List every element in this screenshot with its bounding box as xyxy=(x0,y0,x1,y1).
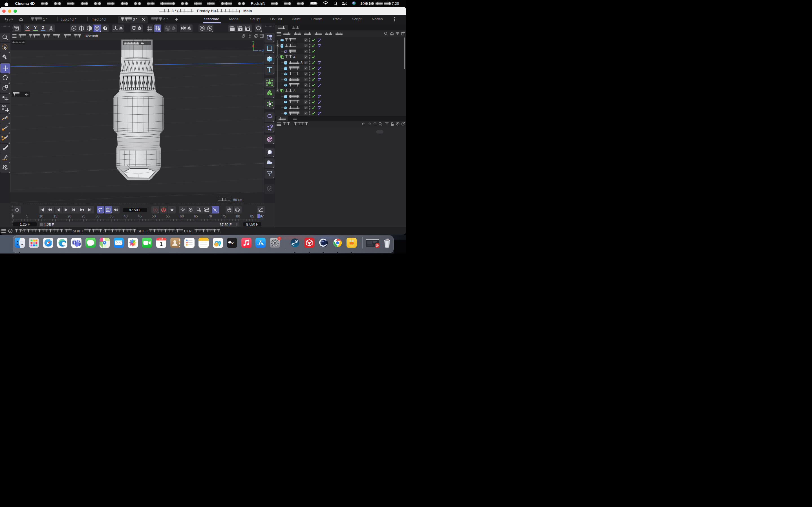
svg-text:10: 10 xyxy=(159,238,161,240)
svg-text:Y: Y xyxy=(252,41,254,44)
svg-text:1: 1 xyxy=(160,241,163,247)
svg-text:X: X xyxy=(252,44,254,48)
svg-text:tv: tv xyxy=(231,241,234,245)
